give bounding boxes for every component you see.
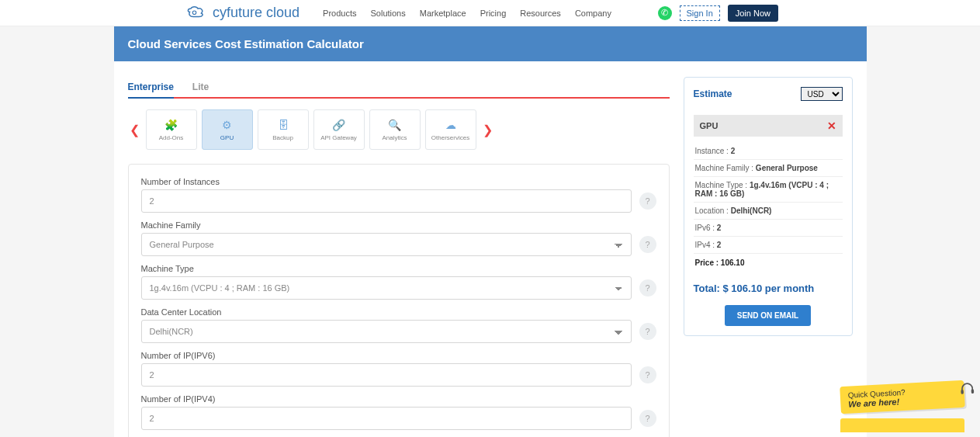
analytics-icon: 🔍: [388, 119, 401, 131]
help-icon[interactable]: ?: [639, 279, 656, 297]
service-label: Backup: [272, 134, 293, 141]
service-other[interactable]: ☁Otherservices: [425, 109, 476, 150]
machine-type-label: Machine Type: [141, 264, 656, 273]
config-form: Number of Instances ? Machine Family Gen…: [128, 164, 670, 437]
joinnow-button[interactable]: Join Now: [728, 5, 778, 22]
chip-icon: ⚙: [222, 119, 232, 131]
location-select[interactable]: Delhi(NCR): [141, 320, 632, 343]
estimate-line: Instance : 2: [694, 143, 843, 160]
machine-type-select[interactable]: 1g.4v.16m (VCPU : 4 ; RAM : 16 GB): [141, 276, 632, 300]
service-analytics[interactable]: 🔍Analytics: [369, 109, 421, 150]
backup-icon: 🗄: [278, 119, 289, 131]
instances-input[interactable]: [141, 189, 632, 213]
machine-family-label: Machine Family: [141, 220, 656, 230]
help-icon[interactable]: ?: [639, 323, 656, 340]
nav-products[interactable]: Products: [323, 9, 356, 18]
estimate-item-header: GPU ✕: [694, 115, 843, 137]
carousel-next-icon[interactable]: ❯: [481, 123, 494, 137]
estimate-line: Machine Family : General Purpose: [694, 160, 843, 177]
estimate-line: Location : Delhi(NCR): [694, 203, 843, 220]
chat-bar[interactable]: [840, 418, 964, 432]
nav-solutions[interactable]: Solutions: [370, 9, 405, 18]
logo-cloud-icon: [186, 5, 210, 22]
service-apigateway[interactable]: 🔗API Gateway: [313, 109, 365, 150]
estimate-line: IPv4 : 2: [694, 237, 843, 254]
ipv6-label: Number of IP(IPV6): [141, 351, 656, 360]
nav-marketplace[interactable]: Marketplace: [420, 9, 466, 18]
ipv6-input[interactable]: [141, 363, 632, 387]
main-nav: Products Solutions Marketplace Pricing R…: [323, 9, 611, 18]
service-backup[interactable]: 🗄Backup: [258, 109, 309, 150]
headset-icon: [959, 381, 975, 397]
carousel-prev-icon[interactable]: ❮: [128, 123, 141, 137]
service-label: API Gateway: [320, 134, 357, 141]
puzzle-icon: 🧩: [164, 119, 178, 131]
estimate-line: Machine Type : 1g.4v.16m (VCPU : 4 ; RAM…: [694, 177, 843, 203]
estimate-item-name: GPU: [700, 121, 719, 130]
service-addons[interactable]: 🧩Add-Ons: [146, 109, 197, 150]
nav-pricing[interactable]: Pricing: [480, 9, 507, 18]
service-label: Otherservices: [431, 134, 469, 141]
help-icon[interactable]: ?: [639, 192, 656, 210]
logo[interactable]: cyfuture cloud: [186, 5, 300, 22]
estimate-price: Price : 106.10: [694, 254, 843, 275]
currency-select[interactable]: USD: [801, 87, 843, 101]
api-icon: 🔗: [332, 119, 345, 131]
service-label: Analytics: [382, 134, 407, 141]
service-label: Add-Ons: [159, 134, 184, 141]
remove-item-icon[interactable]: ✕: [827, 120, 836, 132]
chat-widget[interactable]: Quick Question? We are here!: [840, 383, 964, 432]
page-title: Cloud Services Cost Estimation Calculato…: [114, 26, 867, 61]
ipv4-input[interactable]: [141, 407, 632, 430]
whatsapp-icon[interactable]: ✆: [658, 6, 672, 20]
svg-rect-2: [971, 389, 975, 394]
logo-text: cyfuture cloud: [213, 5, 300, 21]
service-label: GPU: [220, 134, 234, 141]
help-icon[interactable]: ?: [639, 236, 656, 253]
send-email-button[interactable]: SEND ON EMAIL: [725, 305, 811, 326]
instances-label: Number of Instances: [141, 177, 656, 186]
location-label: Data Center Location: [141, 307, 656, 317]
service-gpu[interactable]: ⚙GPU: [202, 109, 253, 150]
estimate-line: IPv6 : 2: [694, 220, 843, 237]
machine-family-select[interactable]: General Purpose: [141, 233, 632, 256]
cloud-icon: ☁: [445, 119, 456, 131]
help-icon[interactable]: ?: [639, 366, 656, 383]
svg-point-0: [192, 11, 196, 15]
ipv4-label: Number of IP(IPV4): [141, 394, 656, 404]
plan-tabs: Enterprise Lite: [128, 77, 670, 99]
nav-company[interactable]: Company: [575, 9, 611, 18]
tab-lite[interactable]: Lite: [192, 77, 209, 97]
estimate-total: Total: $ 106.10 per month: [694, 283, 843, 294]
svg-rect-1: [961, 390, 964, 394]
estimate-panel: Estimate USD GPU ✕ Instance : 2 Machine …: [684, 77, 853, 336]
signin-button[interactable]: Sign In: [680, 5, 720, 21]
tab-enterprise[interactable]: Enterprise: [128, 77, 174, 99]
top-bar: cyfuture cloud Products Solutions Market…: [0, 0, 980, 26]
estimate-title: Estimate: [694, 88, 732, 99]
help-icon[interactable]: ?: [639, 410, 656, 427]
services-carousel: ❮ 🧩Add-Ons ⚙GPU 🗄Backup 🔗API Gateway 🔍An…: [128, 109, 670, 150]
nav-resources[interactable]: Resources: [520, 9, 561, 18]
